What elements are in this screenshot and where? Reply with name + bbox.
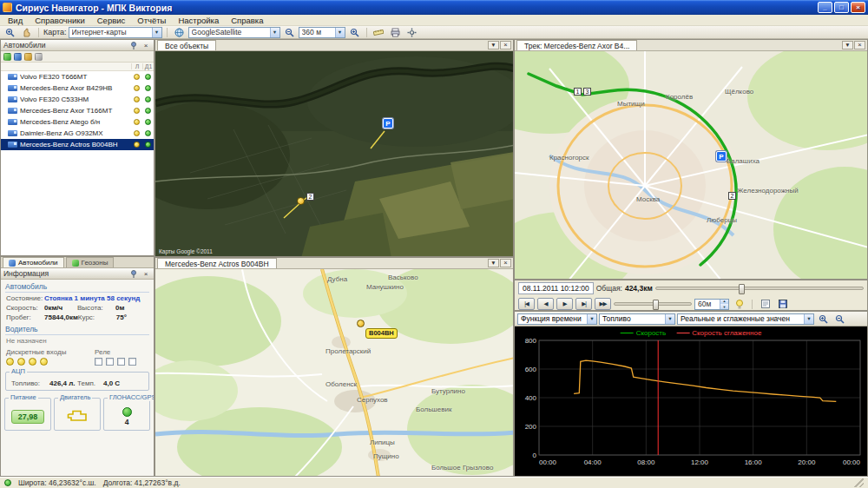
tab-track[interactable]: Трек: Mercedes-Benz Axor В4... (516, 40, 637, 50)
map-copyright: Карты Google ©2011 (159, 248, 213, 254)
track-point-marker[interactable]: 2 (728, 192, 736, 200)
interval-combo[interactable]: 60м ▲▼ (694, 299, 729, 310)
panel-menu-icon[interactable]: ▾ (488, 41, 499, 49)
mode-combo[interactable]: Реальные и сглаженные значен ▼ (677, 313, 814, 325)
spinner-icon[interactable]: ▲▼ (720, 299, 728, 310)
menu-help[interactable]: Справка (225, 15, 269, 25)
relay-checkbox[interactable] (128, 358, 136, 366)
map-source-combo[interactable]: Интернет-карты ▼ (69, 27, 162, 38)
timeline-slider[interactable] (655, 287, 864, 290)
discrete-input-led (6, 358, 14, 366)
vehicles-panel: Автомобили × Л Д1 (0, 39, 155, 256)
tab-vehicle-map[interactable]: Mercedes-Benz Actros В004ВН (157, 258, 277, 268)
vehicle-map-canvas[interactable]: ВаськовоМанушкиноДубнаПролетарскийОболен… (155, 269, 513, 476)
satellite-map-canvas[interactable]: P 2 Карты Google ©2011 (155, 51, 513, 256)
parameter-combo[interactable]: Топливо ▼ (599, 313, 675, 325)
timeline-thumb[interactable] (739, 284, 745, 294)
skip-start-button[interactable]: |◀ (518, 298, 535, 310)
map-town-label: Дубна (327, 275, 347, 283)
info-content: Автомобиль Состояние: Стоянка 1 минута 5… (1, 280, 154, 476)
panel-close-icon[interactable]: × (500, 259, 511, 267)
vehicle-row[interactable]: Daimler-Benz AG О932МХ (1, 128, 154, 139)
panel-close-icon[interactable]: × (500, 41, 511, 49)
refresh-icon[interactable] (35, 53, 43, 61)
columns-icon[interactable] (24, 53, 32, 61)
parking-marker[interactable]: P (383, 118, 393, 129)
title-bar[interactable]: Сириус Навигатор - МПК Виктория _ □ × (0, 0, 868, 15)
vehicle-row[interactable]: Mercedes-Benz Atego б/н (1, 116, 154, 128)
map-scale-combo[interactable]: 360 м ▼ (299, 27, 345, 38)
printer-icon[interactable] (388, 27, 403, 38)
fast-forward-button[interactable]: ▶▶ (595, 298, 611, 310)
close-panel-icon[interactable]: × (141, 269, 151, 278)
pan-icon[interactable] (19, 27, 34, 38)
vehicle-row[interactable]: Volvo FE320 Т666МТ (1, 71, 154, 82)
minimize-button[interactable]: _ (818, 2, 832, 13)
panel-menu-icon[interactable]: ▾ (488, 259, 499, 267)
menu-service[interactable]: Сервис (91, 15, 132, 25)
vehicle-position-marker[interactable] (357, 320, 365, 327)
vehicles-toolbar (1, 51, 154, 63)
panel-menu-icon[interactable]: ▾ (842, 41, 853, 49)
vehicle-row-selected[interactable]: Mercedes-Benz Actros В004ВН (1, 139, 154, 150)
pin-icon[interactable] (128, 269, 139, 278)
chart-toolbar: Функция времени ▼ Топливо ▼ Реальные и с… (515, 312, 867, 326)
map-provider-combo[interactable]: GoogleSatellite ▼ (188, 27, 280, 38)
maximize-button[interactable]: □ (834, 2, 849, 13)
panel-close-icon[interactable]: × (854, 41, 865, 49)
relay-checkbox[interactable] (95, 358, 102, 366)
track-point-marker[interactable]: 2 (306, 193, 314, 201)
step-back-button[interactable]: ◀ (537, 298, 554, 310)
menu-settings[interactable]: Настройка (172, 15, 225, 25)
chart-plot-area[interactable]: 020040060080000:0004:0008:0012:0016:0020… (515, 326, 867, 476)
map-town-label: Оболенск (326, 380, 357, 388)
pin-icon[interactable] (128, 41, 139, 49)
vehicle-position-marker[interactable] (297, 197, 305, 205)
track-point-marker[interactable]: 1 (574, 88, 582, 96)
vehicle-plate-callout[interactable]: В004ВН (365, 328, 398, 339)
save-icon[interactable] (775, 299, 790, 310)
speed-slider[interactable] (614, 302, 692, 306)
vehicle-row[interactable]: Volvo FE320 С533НМ (1, 94, 154, 105)
chevron-down-icon: ▼ (587, 314, 596, 324)
follow-vehicle-icon[interactable] (14, 53, 22, 61)
zoom-in-map-icon[interactable] (347, 27, 362, 38)
speed-thumb[interactable] (653, 300, 659, 310)
vehicle-row[interactable]: Mercedes-Benz Axor В429НВ (1, 82, 154, 94)
bulb-icon[interactable] (732, 299, 746, 310)
tab-geozones[interactable]: Геозоны (66, 257, 115, 267)
ruler-icon[interactable] (372, 27, 386, 38)
track-point-marker[interactable]: 3 (583, 88, 591, 96)
show-all-icon[interactable] (3, 53, 11, 61)
menu-view[interactable]: Вид (2, 15, 29, 25)
parking-marker[interactable]: P (716, 151, 727, 162)
mileage-value: 75844,0км (44, 313, 78, 321)
map-town-label: Пролетарский (326, 347, 371, 355)
tab-all-objects[interactable]: Все объекты (157, 40, 216, 50)
vehicle-label: Mercedes-Benz Actros В004ВН (20, 141, 131, 148)
chart-zoom-in-icon[interactable] (816, 313, 831, 325)
track-map-canvas[interactable]: КрасногорскМытищиКоролёвЩёлковоБалашихаЖ… (515, 51, 867, 279)
zoom-out-map-icon[interactable] (282, 27, 297, 38)
satellite-icon (122, 407, 132, 417)
relay-label: Реле (95, 348, 148, 356)
play-button[interactable]: ▶ (556, 298, 573, 310)
vehicle-row[interactable]: Mercedes-Benz Axor Т166МТ (1, 105, 154, 116)
menu-reports[interactable]: Отчёты (131, 15, 172, 25)
report-icon[interactable] (758, 299, 773, 310)
fuel-label: Топливо: (11, 379, 49, 387)
globe-icon[interactable] (172, 27, 187, 38)
resize-grip[interactable] (853, 478, 864, 487)
menu-directories[interactable]: Справочники (29, 15, 91, 25)
tab-vehicles[interactable]: Автомобили (3, 257, 64, 267)
function-combo[interactable]: Функция времени ▼ (517, 313, 597, 325)
close-button[interactable]: × (851, 2, 865, 13)
zoom-in-icon[interactable] (3, 27, 17, 38)
ignition-status-icon (134, 130, 140, 136)
relay-checkbox[interactable] (117, 358, 125, 366)
skip-end-button[interactable]: ▶| (575, 298, 592, 310)
gear-icon[interactable] (404, 27, 419, 38)
close-panel-icon[interactable]: × (141, 41, 151, 49)
chart-zoom-out-icon[interactable] (832, 313, 847, 325)
relay-checkbox[interactable] (106, 358, 114, 366)
